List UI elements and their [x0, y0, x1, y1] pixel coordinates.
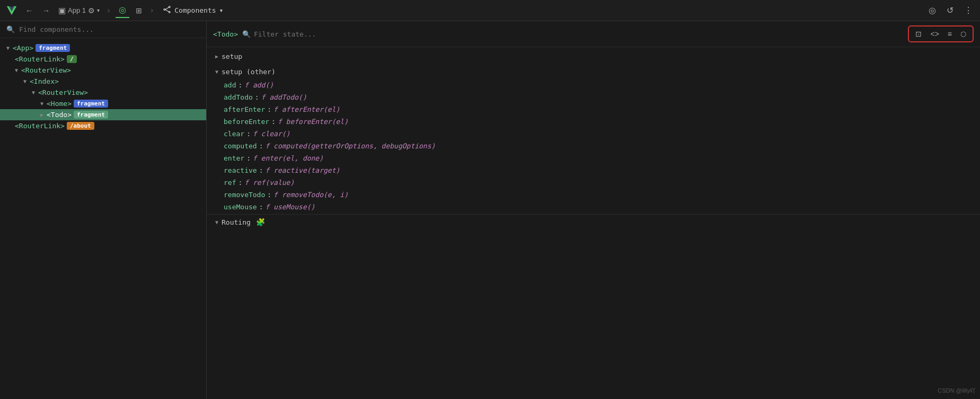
router-tab-button[interactable]: ◎: [116, 3, 129, 18]
filter-search-icon: 🔍: [242, 30, 251, 38]
badge-slash: /: [67, 55, 77, 63]
grid-view-button[interactable]: ⊞: [133, 4, 145, 17]
refresh-icon: ↺: [947, 5, 953, 15]
compass-icon: ◎: [119, 5, 126, 14]
badge-fragment-home: fragment: [74, 100, 108, 108]
target-icon: ◎: [929, 5, 936, 15]
svg-point-0: [164, 9, 165, 11]
section-routing-arrow-icon: ▼: [215, 219, 218, 225]
settings-icon: ⚙: [88, 6, 95, 15]
forward-button[interactable]: →: [39, 4, 53, 17]
vue-logo: [4, 3, 19, 18]
section-setup-other-header[interactable]: ▼ setup (other): [207, 65, 980, 79]
more-options-button[interactable]: ⋮: [961, 3, 976, 17]
colon-addtodo: :: [255, 93, 259, 101]
svg-point-1: [169, 6, 171, 8]
tree-item-todo[interactable]: ▶ <Todo> fragment: [0, 109, 206, 120]
key-ref: ref: [224, 179, 236, 187]
back-icon: ←: [25, 6, 33, 15]
colon-usemouse: :: [259, 203, 263, 211]
value-reactive: f reactive(target): [265, 166, 340, 174]
arrow-down-routerview-1-icon: ▼: [15, 67, 18, 73]
value-afterenter: f afterEnter(el): [273, 105, 340, 113]
tree-item-routerview-2[interactable]: ▼ <RouterView>: [0, 87, 206, 98]
app-name: App 1: [68, 6, 86, 14]
value-ref: f ref(value): [244, 179, 294, 187]
list-button[interactable]: ≡: [944, 28, 955, 40]
key-usemouse: useMouse: [224, 203, 257, 211]
filter-state-input[interactable]: [254, 30, 343, 38]
state-item-add: add : f add(): [207, 79, 980, 91]
tree-item-routerlink-about[interactable]: <RouterLink> /about: [0, 120, 206, 131]
colon-reactive: :: [259, 166, 263, 174]
key-reactive: reactive: [224, 166, 257, 174]
value-computed: f computed(getterOrOptions, debugOptions…: [265, 142, 435, 150]
tag-app: <App>: [13, 44, 33, 52]
section-setup-other-label: setup (other): [222, 68, 276, 76]
components-selector[interactable]: Components ▾: [158, 3, 227, 17]
search-icon: 🔍: [6, 25, 15, 33]
key-beforeenter: beforeEnter: [224, 118, 269, 126]
left-panel: 🔍 ▼ <App> fragment <RouterLink> / ▼ <Rou…: [0, 21, 207, 399]
selected-component-label: <Todo>: [213, 30, 238, 38]
section-setup-other-arrow-icon: ▼: [215, 69, 218, 75]
state-item-ref: ref : f ref(value): [207, 176, 980, 189]
back-button[interactable]: ←: [22, 4, 36, 17]
colon-ref: :: [238, 179, 242, 187]
target-icon-button[interactable]: ◎: [925, 3, 939, 17]
inspect-button[interactable]: ⊡: [912, 28, 925, 40]
state-item-reactive: reactive : f reactive(target): [207, 164, 980, 176]
badge-about: /about: [67, 122, 94, 130]
search-input[interactable]: [19, 25, 200, 33]
colon-add: :: [238, 81, 242, 89]
tree-item-routerlink-slash[interactable]: <RouterLink> /: [0, 54, 206, 65]
app-selector[interactable]: ▣ App 1 ⚙ ▾: [56, 4, 102, 17]
value-clear: f clear(): [253, 130, 290, 138]
tree-item-index[interactable]: ▼ <Index>: [0, 76, 206, 87]
app-chevron-down-icon: ▾: [97, 7, 100, 13]
colon-beforeenter: :: [271, 118, 276, 126]
tree-item-home[interactable]: ▼ <Home> fragment: [0, 98, 206, 109]
state-content: ▶ setup ▼ setup (other) add : f add() ad…: [207, 47, 980, 399]
key-afterenter: afterEnter: [224, 105, 265, 113]
component-tree: ▼ <App> fragment <RouterLink> / ▼ <Route…: [0, 38, 206, 399]
open-external-button[interactable]: ⬡: [957, 28, 969, 40]
svg-line-4: [165, 10, 169, 12]
tag-todo: <Todo>: [47, 111, 72, 119]
tree-item-routerview-1[interactable]: ▼ <RouterView>: [0, 65, 206, 76]
value-beforeenter: f beforeEnter(el): [278, 118, 348, 126]
tag-home: <Home>: [47, 100, 72, 108]
tree-item-app[interactable]: ▼ <App> fragment: [0, 42, 206, 54]
arrow-down-home-icon: ▼: [40, 101, 43, 107]
tag-routerview-1: <RouterView>: [21, 66, 71, 74]
section-setup-label: setup: [222, 52, 242, 60]
state-item-removetodo: removeTodo : f removeTodo(e, i): [207, 189, 980, 201]
list-icon: ≡: [948, 30, 952, 38]
arrow-right-todo-icon: ▶: [40, 112, 43, 118]
colon-afterenter: :: [267, 105, 271, 113]
hierarchy-icon: [163, 5, 171, 15]
key-enter: enter: [224, 154, 244, 162]
arrow-down-routerview-2-icon: ▼: [32, 90, 35, 95]
open-external-icon: ⬡: [960, 30, 966, 38]
code-icon: <>: [930, 30, 939, 38]
arrow-down-icon: ▼: [6, 45, 10, 51]
right-panel: <Todo> 🔍 ⊡ <> ≡ ⬡: [207, 21, 980, 399]
value-addtodo: f addTodo(): [261, 93, 307, 101]
value-add: f add(): [244, 81, 273, 89]
state-item-enter: enter : f enter(el, done): [207, 152, 980, 164]
code-button[interactable]: <>: [927, 28, 942, 40]
components-label: Components: [174, 6, 216, 14]
section-routing: ▼ Routing 🧩: [207, 214, 980, 229]
section-setup-header[interactable]: ▶ setup: [207, 49, 980, 64]
section-routing-header[interactable]: ▼ Routing 🧩: [207, 215, 980, 229]
forward-icon: →: [42, 6, 50, 15]
state-item-afterenter: afterEnter : f afterEnter(el): [207, 103, 980, 116]
colon-computed: :: [259, 142, 263, 150]
refresh-button[interactable]: ↺: [943, 3, 957, 17]
tag-routerlink-1: <RouterLink>: [15, 55, 65, 63]
watermark: CSDN @lilly吖: [938, 387, 976, 395]
filter-state-bar: 🔍: [242, 30, 343, 38]
value-removetodo: f removeTodo(e, i): [273, 191, 348, 199]
value-enter: f enter(el, done): [253, 154, 323, 162]
